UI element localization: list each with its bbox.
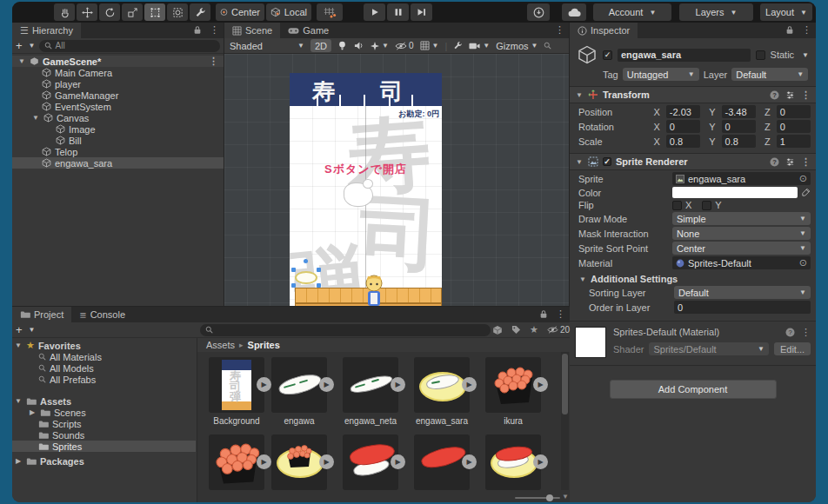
version-control-button[interactable] [527, 3, 550, 21]
object-picker-icon[interactable]: ⊙ [799, 257, 807, 269]
tab-console[interactable]: ≣Console [71, 307, 133, 322]
hand-tool-button[interactable] [54, 3, 75, 21]
kebab-menu-icon[interactable]: ⋮ [801, 328, 811, 337]
label-icon[interactable] [511, 325, 521, 335]
scrollbar-thumb[interactable] [562, 354, 568, 414]
selection-handle[interactable] [304, 259, 308, 263]
layer-dropdown[interactable]: Default▼ [731, 68, 808, 81]
tab-game[interactable]: Game [280, 23, 337, 38]
lighting-toggle-icon[interactable] [337, 40, 347, 51]
expand-subassets-button[interactable]: ▶ [257, 454, 271, 469]
rect-tool-button[interactable] [144, 3, 165, 21]
tab-hierarchy[interactable]: ☰Hierarchy [12, 23, 81, 38]
hierarchy-row-canvas[interactable]: ▼Canvas [12, 112, 224, 123]
asset-maguro[interactable]: ▶ [343, 434, 398, 490]
hierarchy-row-scene[interactable]: ▼ GameScene* ⋮ [12, 56, 224, 67]
effects-dropdown[interactable]: ▼ [371, 42, 389, 50]
expand-subassets-button[interactable]: ▶ [462, 454, 477, 469]
shader-edit-button[interactable]: Edit... [774, 342, 811, 355]
asset-maguro-neta[interactable]: ▶ [414, 434, 470, 490]
add-object-button[interactable]: + [16, 40, 23, 51]
account-dropdown[interactable]: Account▼ [593, 3, 671, 21]
vertical-scrollbar[interactable] [561, 352, 569, 490]
hierarchy-row-telop[interactable]: Telop [12, 146, 224, 157]
position-x-field[interactable]: -2.03 [666, 105, 700, 118]
selection-handle[interactable] [291, 283, 296, 288]
presets-icon[interactable] [785, 157, 795, 167]
object-picker-icon[interactable]: ⊙ [799, 173, 807, 184]
hierarchy-row-eventsystem[interactable]: EventSystem [12, 101, 224, 112]
add-component-button[interactable]: Add Component [610, 380, 777, 399]
flip-x-checkbox[interactable] [672, 201, 682, 210]
asset-engawa-neta[interactable]: ▶ [343, 357, 398, 413]
hierarchy-row-main-camera[interactable]: Main Camera [12, 67, 224, 78]
foldout-open-icon[interactable]: ▼ [31, 114, 40, 122]
selection-handle[interactable] [317, 268, 321, 272]
expand-subassets-button[interactable]: ▶ [533, 377, 548, 392]
foldout-closed-icon[interactable]: ▶ [28, 408, 37, 416]
kebab-menu-icon[interactable]: ⋮ [555, 25, 564, 35]
component-tools-icon[interactable] [453, 41, 463, 50]
asset-background[interactable]: 寿司弾 ▶ [209, 357, 264, 413]
move-tool-button[interactable] [77, 3, 97, 21]
step-button[interactable] [411, 3, 432, 21]
expand-subassets-button[interactable]: ▶ [257, 377, 271, 392]
tab-project[interactable]: Project [12, 307, 71, 322]
expand-subassets-button[interactable]: ▶ [319, 377, 334, 392]
kebab-menu-icon[interactable]: ⋮ [801, 90, 811, 100]
lock-icon[interactable] [539, 309, 548, 319]
position-z-field[interactable]: 0 [777, 105, 811, 118]
expand-subassets-button[interactable]: ▶ [319, 454, 334, 469]
gameobject-icon[interactable] [577, 44, 598, 65]
tab-scene[interactable]: Scene [224, 23, 280, 38]
sorting-layer-dropdown[interactable]: Default▼ [674, 286, 811, 299]
grid-visibility-dropdown[interactable]: ▼ [420, 41, 439, 50]
scale-tool-button[interactable] [122, 3, 143, 21]
tree-packages[interactable]: ▶Packages [12, 455, 196, 467]
audio-toggle-icon[interactable] [353, 41, 364, 50]
hierarchy-row-image[interactable]: Image [12, 123, 224, 135]
order-in-layer-field[interactable]: 0 [674, 301, 811, 314]
sprite-renderer-header[interactable]: ▼ ✓ Sprite Renderer ? ⋮ [570, 153, 816, 170]
scale-y-field[interactable]: 0.8 [722, 135, 756, 148]
hierarchy-row-player[interactable]: player [12, 78, 224, 90]
object-name-field[interactable]: engawa_sara [618, 49, 751, 62]
rotation-x-field[interactable]: 0 [666, 120, 700, 133]
scene-kebab-icon[interactable]: ⋮ [209, 56, 218, 66]
project-search-input[interactable] [200, 324, 491, 336]
draw-mode-dropdown[interactable]: Simple▼ [672, 212, 811, 225]
expand-subassets-button[interactable]: ▶ [391, 377, 405, 392]
layout-dropdown[interactable]: Layout▼ [760, 3, 812, 21]
foldout-open-icon[interactable]: ▼ [14, 342, 23, 349]
breadcrumb-current[interactable]: Sprites [248, 340, 280, 350]
tree-sprites[interactable]: Sprites [12, 441, 196, 452]
flip-y-checkbox[interactable] [702, 201, 711, 210]
axis-local-toggle[interactable]: Local [266, 3, 311, 21]
foldout-open-icon[interactable]: ▼ [575, 91, 584, 99]
kebab-menu-icon[interactable]: ⋮ [801, 157, 811, 167]
gizmos-dropdown[interactable]: Gizmos▼ [496, 41, 538, 51]
foldout-open-icon[interactable]: ▼ [14, 397, 23, 405]
cloud-services-button[interactable] [562, 3, 586, 21]
scene-search-icon[interactable] [544, 42, 551, 50]
pivot-center-toggle[interactable]: Center [216, 3, 264, 21]
hierarchy-row-bill[interactable]: Bill [12, 135, 224, 146]
tree-all-models[interactable]: All Models [12, 362, 196, 374]
active-checkbox[interactable]: ✓ [603, 50, 612, 60]
material-object-field[interactable]: Sprites-Default⊙ [672, 256, 811, 269]
tree-scripts[interactable]: Scripts [12, 418, 196, 429]
rotation-y-field[interactable]: 0 [722, 120, 756, 133]
shading-mode-dropdown[interactable]: Shaded▼ [230, 41, 304, 51]
scene-visibility-toggle[interactable]: 0 [395, 41, 414, 50]
color-swatch[interactable] [672, 187, 798, 198]
scale-z-field[interactable]: 1 [777, 135, 811, 148]
asset-engawa[interactable]: ▶ [271, 357, 327, 413]
tree-favorites[interactable]: ▼★Favorites [12, 340, 196, 351]
asset-ikura-sara[interactable]: ▶ [271, 434, 327, 490]
hierarchy-row-engawa-sara[interactable]: engawa_sara [12, 157, 224, 169]
2d-toggle[interactable]: 2D [310, 39, 331, 52]
tree-all-materials[interactable]: All Materials [12, 351, 196, 362]
selection-handle[interactable] [291, 268, 296, 272]
rotation-z-field[interactable]: 0 [777, 120, 811, 133]
chevron-down-icon[interactable]: ▼ [802, 51, 809, 59]
